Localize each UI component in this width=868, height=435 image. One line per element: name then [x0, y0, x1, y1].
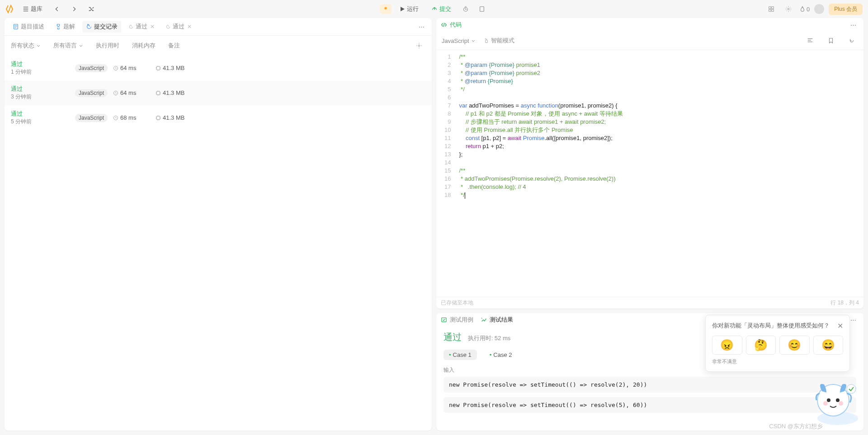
submission-row[interactable]: 通过 3 分钟前 JavaScript 64 ms 41.3 MB	[5, 80, 432, 105]
svg-point-19	[827, 398, 830, 402]
filter-language-label: 所有语言	[53, 42, 77, 50]
input-value-box: new Promise(resolve => setTimeout(() => …	[443, 377, 856, 393]
tab-testcase[interactable]: 测试用例	[441, 316, 473, 324]
tab-description[interactable]: 题目描述	[9, 21, 48, 33]
logo[interactable]	[5, 5, 14, 14]
case-tab[interactable]: •Case 1	[443, 350, 477, 360]
plus-member-badge[interactable]: Plus 会员	[829, 4, 863, 15]
feedback-emoji[interactable]: 😠	[712, 336, 742, 355]
filter-status[interactable]: 所有状态	[11, 42, 41, 50]
streak-counter[interactable]: 0	[799, 6, 810, 13]
submission-status-cell: 通过 3 分钟前	[11, 85, 70, 101]
svg-point-8	[418, 45, 420, 47]
submission-status-cell: 通过 5 分钟前	[11, 110, 70, 126]
feedback-popup: 你对新功能「灵动布局」整体使用感受如何？ ✕ 😠🤔😊😄 非常不满意	[705, 315, 850, 372]
prev-problem-button[interactable]	[51, 3, 63, 15]
tab-accepted-1[interactable]: 通过 ✕	[125, 21, 158, 33]
tab-test-result[interactable]: 测试结果	[481, 316, 513, 324]
tab-solution-label: 题解	[63, 23, 75, 31]
svg-point-21	[823, 401, 828, 406]
filter-status-label: 所有状态	[11, 42, 34, 50]
svg-rect-14	[156, 116, 160, 120]
submission-time-ago: 3 分钟前	[11, 93, 70, 101]
problems-label: 题库	[31, 5, 42, 13]
smart-mode-label: 智能模式	[491, 37, 514, 45]
svg-rect-16	[442, 318, 447, 322]
svg-rect-5	[772, 9, 774, 11]
timer-button[interactable]	[459, 3, 472, 15]
run-label: 运行	[407, 5, 419, 13]
close-icon[interactable]: ✕	[187, 23, 192, 30]
bookmark-icon[interactable]	[825, 34, 837, 47]
submission-memory: 41.3 MB	[156, 114, 201, 121]
case-tab[interactable]: •Case 2	[484, 350, 518, 360]
reset-code-icon[interactable]	[845, 34, 858, 47]
feedback-emoji[interactable]: 😊	[779, 336, 810, 355]
filter-language[interactable]: 所有语言	[53, 42, 83, 50]
svg-point-6	[788, 8, 789, 10]
close-icon[interactable]: ✕	[150, 23, 155, 30]
submission-status: 通过	[11, 60, 70, 68]
format-code-icon[interactable]	[804, 34, 816, 47]
svg-rect-4	[769, 9, 771, 11]
tab-description-label: 题目描述	[21, 23, 44, 31]
submission-memory: 41.3 MB	[156, 89, 201, 96]
submit-label: 提交	[439, 5, 451, 13]
submit-button[interactable]: 提交	[427, 3, 456, 15]
svg-rect-10	[156, 66, 160, 70]
feedback-question: 你对新功能「灵动布局」整体使用感受如何？	[712, 322, 830, 330]
submission-status: 通过	[11, 85, 70, 93]
svg-point-23	[847, 384, 856, 393]
tab-accepted-1-label: 通过	[136, 23, 147, 31]
settings-button[interactable]	[782, 3, 795, 15]
submission-runtime: 64 ms	[113, 65, 150, 71]
tab-accepted-2[interactable]: 通过 ✕	[162, 21, 195, 33]
avatar[interactable]	[814, 4, 824, 14]
language-selector[interactable]: JavaScript	[442, 37, 476, 44]
language-label: JavaScript	[442, 37, 469, 44]
submission-runtime: 64 ms	[113, 89, 150, 96]
submission-row[interactable]: 通过 1 分钟前 JavaScript 64 ms 41.3 MB	[5, 56, 432, 80]
tab-submissions-label: 提交记录	[94, 23, 118, 31]
feedback-emoji[interactable]: 😄	[813, 336, 844, 355]
smart-mode-indicator[interactable]: 智能模式	[484, 37, 514, 45]
left-panel: 题目描述 题解 提交记录 通过 ✕ 通过 ✕	[5, 18, 432, 430]
debug-button[interactable]	[380, 4, 392, 14]
result-status: 通过	[443, 332, 462, 342]
next-problem-button[interactable]	[68, 3, 80, 15]
code-editor[interactable]: 123456789101112131415161718 /** * @param…	[436, 50, 863, 297]
filter-settings-icon[interactable]	[413, 39, 425, 52]
submission-language-chip: JavaScript	[75, 114, 108, 122]
tab-submissions[interactable]: 提交记录	[82, 21, 121, 33]
submission-memory: 41.3 MB	[156, 65, 201, 71]
problems-list-button[interactable]: 题库	[19, 3, 46, 15]
code-panel: 代码 ⋯ JavaScript 智能模式	[436, 18, 863, 309]
more-icon[interactable]: ⋯	[416, 23, 427, 30]
filter-runtime-header: 执行用时	[96, 42, 119, 50]
layout-button[interactable]	[765, 3, 778, 15]
svg-rect-2	[769, 7, 771, 9]
submission-time-ago: 1 分钟前	[11, 68, 70, 76]
submission-language-chip: JavaScript	[75, 89, 108, 97]
svg-rect-3	[772, 7, 774, 9]
code-panel-title: 代码	[441, 21, 462, 29]
submission-status-cell: 通过 1 分钟前	[11, 60, 70, 76]
svg-rect-15	[485, 40, 487, 43]
feedback-emoji[interactable]: 🤔	[746, 336, 776, 355]
svg-rect-1	[480, 7, 484, 12]
notes-button[interactable]	[476, 3, 488, 15]
code-title-label: 代码	[450, 21, 462, 29]
filter-notes-header: 备注	[168, 42, 180, 50]
tab-test-result-label: 测试结果	[490, 316, 513, 324]
top-toolbar: 题库 运行 提交	[0, 0, 868, 18]
submission-status: 通过	[11, 110, 70, 118]
run-button[interactable]: 运行	[395, 3, 423, 15]
code-more-icon[interactable]: ⋯	[848, 22, 859, 28]
tab-solution[interactable]: 题解	[52, 21, 79, 33]
shuffle-button[interactable]	[85, 3, 98, 15]
mascot-icon[interactable]	[808, 375, 863, 430]
submission-row[interactable]: 通过 5 分钟前 JavaScript 68 ms 41.3 MB	[5, 105, 432, 130]
feedback-low-label: 非常不满意	[712, 358, 843, 365]
feedback-close-button[interactable]: ✕	[837, 322, 843, 330]
submission-language-chip: JavaScript	[75, 64, 108, 72]
